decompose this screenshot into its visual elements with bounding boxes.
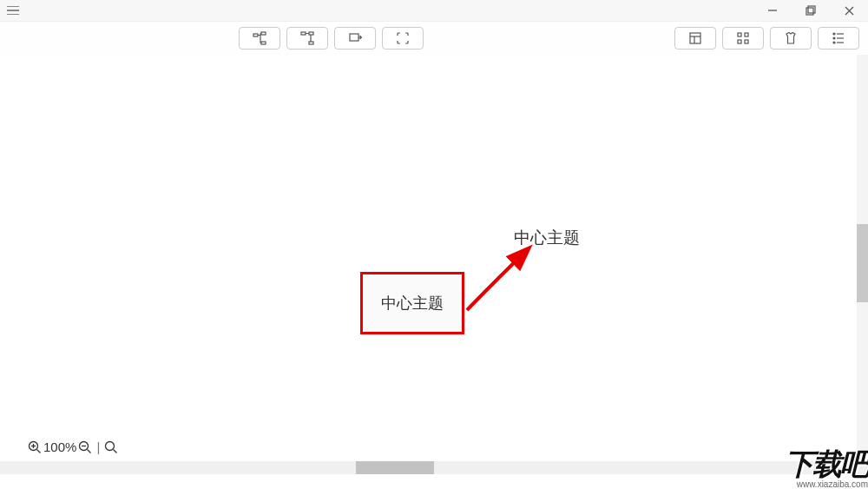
layout-view-button[interactable] [674, 27, 716, 50]
toolbar-right-group [674, 27, 859, 50]
svg-rect-15 [738, 33, 741, 36]
zoom-level-label: 100% [43, 439, 76, 454]
titlebar [0, 0, 868, 22]
toolbar-center-group [239, 27, 424, 50]
selection-frame-button[interactable] [382, 27, 424, 50]
center-topic-node[interactable]: 中心主题 [360, 272, 464, 334]
annotation-arrow-icon [460, 242, 542, 314]
zoom-in-icon[interactable] [28, 440, 42, 454]
insert-floating-button[interactable] [334, 27, 376, 50]
center-topic-label: 中心主题 [381, 293, 444, 314]
svg-rect-7 [261, 42, 266, 44]
window-controls [753, 0, 868, 21]
insert-sibling-button[interactable] [286, 27, 328, 50]
svg-point-20 [833, 37, 835, 39]
floating-topic-node[interactable]: 中心主题 [514, 227, 580, 249]
svg-rect-9 [309, 32, 313, 35]
vertical-scrollbar[interactable] [857, 55, 868, 460]
svg-rect-1 [806, 8, 813, 15]
outline-button[interactable] [818, 27, 859, 50]
svg-rect-11 [350, 34, 358, 41]
watermark-url: www.xiazaiba.com [797, 479, 868, 489]
svg-rect-12 [690, 33, 700, 43]
horizontal-scrollbar[interactable] [0, 461, 868, 474]
minimize-button[interactable] [753, 0, 792, 22]
svg-rect-5 [253, 34, 258, 36]
svg-line-27 [37, 449, 41, 453]
toolbar [0, 22, 868, 55]
svg-rect-17 [738, 40, 741, 43]
insert-child-button[interactable] [239, 27, 280, 50]
svg-line-34 [114, 449, 117, 453]
svg-point-19 [833, 33, 835, 35]
svg-rect-16 [745, 33, 748, 36]
svg-rect-8 [301, 32, 306, 35]
vertical-scroll-thumb[interactable] [857, 224, 868, 302]
svg-rect-2 [808, 6, 815, 13]
maximize-button[interactable] [792, 0, 830, 22]
mindmap-canvas[interactable]: 中心主题 中心主题 [0, 55, 868, 460]
theme-button[interactable] [770, 27, 812, 50]
horizontal-scroll-thumb[interactable] [356, 461, 434, 474]
hamburger-menu-icon[interactable] [0, 0, 26, 22]
svg-point-21 [833, 42, 835, 43]
grid-apps-button[interactable] [722, 27, 764, 50]
zoom-controls: 100% | [28, 439, 118, 454]
svg-rect-10 [309, 42, 313, 44]
zoom-fit-icon[interactable] [104, 440, 118, 454]
floating-topic-label: 中心主题 [514, 228, 580, 247]
svg-line-31 [88, 449, 91, 453]
svg-point-33 [106, 441, 115, 450]
close-button[interactable] [830, 0, 868, 22]
zoom-out-icon[interactable] [78, 440, 92, 454]
svg-rect-18 [745, 40, 748, 43]
svg-rect-6 [261, 32, 266, 35]
zoom-divider: | [96, 439, 100, 454]
